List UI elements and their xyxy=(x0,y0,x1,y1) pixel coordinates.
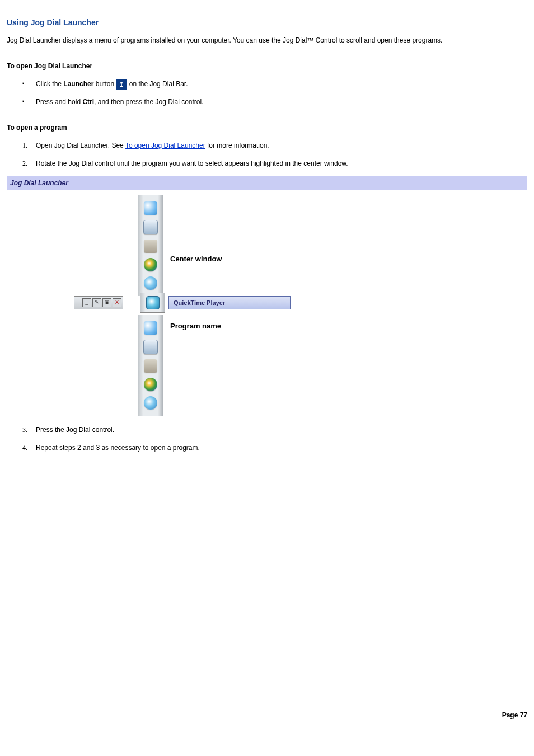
text: Press the Jog Dial control. xyxy=(36,426,114,434)
text: on the Jog Dial Bar. xyxy=(127,80,188,88)
list-marker: 2. xyxy=(22,158,27,168)
ctrl-bold: Ctrl xyxy=(82,98,94,106)
list-marker: 1. xyxy=(22,140,27,151)
intro-paragraph: Jog Dial Launcher displays a menu of pro… xyxy=(7,35,527,45)
quicktime-icon xyxy=(146,296,160,309)
list-marker: 3. xyxy=(22,425,27,435)
jog-dial-screenshot: _ ✎ ▣ X QuickTime Player Center window P… xyxy=(74,193,359,417)
text: button xyxy=(93,80,116,88)
bar-close-icon: X xyxy=(113,298,121,307)
text: Click the xyxy=(36,80,63,88)
bullet-click-launcher: Click the Launcher button ↥ on the Jog D… xyxy=(22,79,527,90)
document-icon xyxy=(143,220,158,234)
text: , and then press the Jog Dial control. xyxy=(94,98,203,106)
step-2: 2. Rotate the Jog Dial control until the… xyxy=(22,158,527,168)
media-player-icon xyxy=(144,378,157,391)
text: Rotate the Jog Dial control until the pr… xyxy=(36,159,348,167)
annotation-line xyxy=(196,305,196,322)
launcher-bold: Launcher xyxy=(63,80,93,88)
info-icon xyxy=(144,201,157,215)
list-marker: 4. xyxy=(22,443,27,453)
bar-launcher-icon: ▣ xyxy=(102,298,111,307)
text: Press and hold xyxy=(36,98,82,106)
bar-tool-icon: ✎ xyxy=(92,298,101,307)
bar-minimize-icon: _ xyxy=(82,298,91,307)
media-player-icon xyxy=(144,258,157,271)
jog-dial-bar: _ ✎ ▣ X xyxy=(74,296,123,309)
text: Open Jog Dial Launcher. See xyxy=(36,142,125,149)
info-icon xyxy=(144,321,157,335)
program-name-tooltip: QuickTime Player xyxy=(168,296,291,310)
link-open-jog-dial-launcher[interactable]: To open Jog Dial Launcher xyxy=(125,142,205,149)
text: Repeat steps 2 and 3 as necessary to ope… xyxy=(36,444,200,452)
page-title: Using Jog Dial Launcher xyxy=(7,17,527,29)
text: for more information. xyxy=(205,142,269,149)
annotation-line xyxy=(186,265,186,294)
bullet-press-ctrl: Press and hold Ctrl, and then press the … xyxy=(22,97,527,107)
launcher-icon: ↥ xyxy=(116,79,127,90)
annotation-program-name: Program name xyxy=(170,321,221,332)
internet-explorer-icon xyxy=(144,396,157,410)
document-icon xyxy=(143,340,158,354)
annotation-center-window: Center window xyxy=(170,253,222,265)
icon-column-top xyxy=(138,195,163,296)
internet-explorer-icon xyxy=(144,276,157,290)
step-1: 1. Open Jog Dial Launcher. See To open J… xyxy=(22,140,527,151)
step-3: 3. Press the Jog Dial control. xyxy=(22,425,527,435)
section-heading-open-program: To open a program xyxy=(7,123,527,133)
section-heading-open-launcher: To open Jog Dial Launcher xyxy=(7,61,527,71)
page-number: Page 77 xyxy=(7,710,527,720)
step-4: 4. Repeat steps 2 and 3 as necessary to … xyxy=(22,443,527,453)
center-window xyxy=(140,293,165,313)
vaio-icon xyxy=(144,240,157,253)
figure-caption: Jog Dial Launcher xyxy=(7,176,527,190)
center-strip: _ ✎ ▣ X QuickTime Player xyxy=(74,293,291,313)
icon-column-bottom xyxy=(138,315,163,416)
vaio-icon xyxy=(144,359,157,373)
